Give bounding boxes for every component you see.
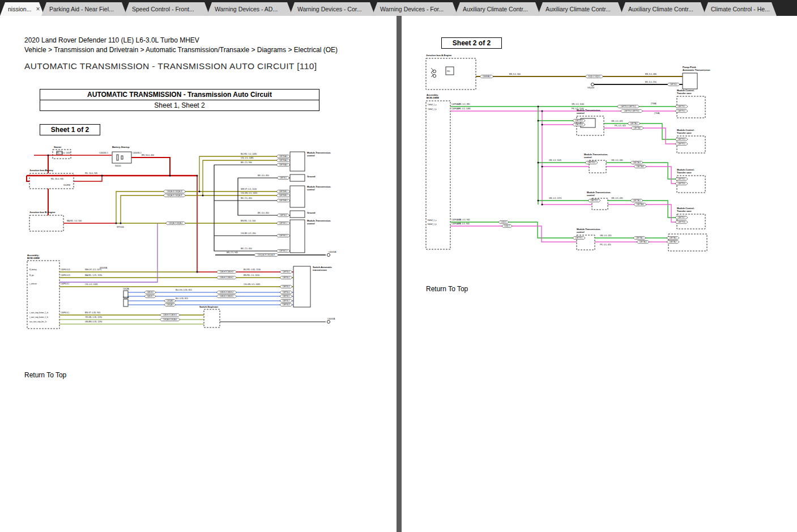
junction-dot (542, 204, 543, 206)
ring-terminal (591, 83, 594, 86)
diagram-label: C40PI4-6.2 (61, 283, 70, 285)
inline-connector (675, 109, 688, 112)
diagram-label: S40034A (100, 267, 108, 269)
inline-connector (276, 159, 290, 161)
document-page-left: C40QA-24 C40QA-24C40QA-25 C40QA-25C40QA-… (0, 16, 397, 532)
tab-label: Auxiliary Climate Contr... (628, 6, 693, 12)
diagram-label: Ground (307, 175, 316, 178)
tab-parking-aid[interactable]: Parking Aid - Near Fiel... (41, 2, 127, 16)
connector-label: C4ETT8-8 (678, 221, 685, 223)
tab-aux-climate-2[interactable]: Auxiliary Climate Contr... (538, 2, 623, 16)
diagram-label: OG, 0.5, 1485 (241, 157, 254, 159)
connector-label: C4ETTA-2 (630, 122, 637, 125)
inline-connector (163, 194, 185, 197)
connector-label: C4ET30C-5 (279, 235, 288, 237)
diagram-label: GN, 0.5, 455 (600, 235, 611, 237)
return-to-top-link[interactable]: Return To Top (24, 371, 66, 379)
module-transmission-1 (290, 152, 305, 171)
diagram-label: Module-Control- (677, 129, 695, 131)
inline-connector (280, 303, 292, 306)
inline-connector (667, 83, 680, 86)
inline-connector (164, 303, 176, 306)
inline-connector (573, 119, 585, 122)
diagram-label: RD, 50.0, 945 (85, 172, 97, 175)
junction-dot (542, 124, 543, 126)
module-control-1 (677, 96, 705, 118)
connector-label: C4ET30-5 (283, 295, 290, 297)
diagram-label: GN-BN, 0.35, 1190 (85, 321, 102, 323)
diagram-label: BU-RD, 1.0, 1435 (241, 153, 257, 155)
connector-label: C4ETT8-1 (576, 237, 583, 239)
tab-climate-control[interactable]: Climate Control - He... (703, 2, 777, 16)
connector-label: C40QA-24 C40QA-24 (167, 190, 182, 193)
tab-label: Warning Devices - Cor... (297, 6, 361, 12)
wire-red (27, 176, 29, 181)
diagram-label: C40PI4A-10 (451, 223, 461, 225)
connector-label: C4ETT8-2 (678, 110, 685, 112)
diagram-label: GN, 0.5, 430 (611, 159, 623, 161)
return-to-top-link[interactable]: Return To Top (426, 285, 468, 293)
inline-connector (144, 295, 156, 297)
connector-label: C4ET30B-2 (279, 194, 288, 197)
connector-label: C4QD-6 (501, 221, 507, 223)
connector-label: C4ETTA-3 (633, 161, 640, 164)
inline-connector (498, 220, 509, 223)
diagram-label: PK, 0.5, 1140 (572, 108, 584, 110)
diagram-label: C40PI4-6.41 (61, 269, 70, 271)
diagram-label: C40Q8B (123, 296, 129, 299)
connector-label: C4ET30A-6 (279, 164, 288, 166)
diagram-index-table: AUTOMATIC TRANSMISSION - Transmission Au… (40, 89, 319, 111)
diagram-label: control (577, 231, 585, 233)
diagram-label: control (307, 222, 315, 225)
inline-connector (216, 291, 237, 293)
diagram-label: B_ign (29, 274, 34, 276)
connector-label: C4ETTA-5 (633, 199, 640, 202)
junction-box-a-engine (426, 58, 476, 90)
wire-pink (606, 167, 677, 184)
connector-label: C4ELH-4 C4ELH-4 (220, 291, 233, 293)
tab-warning-devices-ad[interactable]: Warning Devices - AD... (207, 2, 292, 16)
tab-transmission[interactable]: nission... × (0, 2, 44, 16)
diagram-label: BCM-GWM (427, 96, 439, 99)
tab-aux-climate-1[interactable]: Auxiliary Climate Contr... (455, 2, 540, 16)
diagram-label: C40PI4-6.1 (61, 312, 70, 314)
tab-warning-devices-for[interactable]: Warning Devices - For... (372, 2, 458, 16)
inline-connector (165, 222, 186, 224)
wire-green (450, 222, 577, 238)
tab-warning-devices-cor[interactable]: Warning Devices - Cor... (289, 2, 375, 16)
diagram-label: GN, 0.5, 945 (458, 219, 470, 221)
diagram-label: BU-RD, 0.35, 1130 (244, 269, 261, 271)
diagram-label: control (587, 194, 595, 197)
diagram-label: BN-VT, 0.35, 905 (85, 312, 100, 314)
wiring-diagram-sheet2: C4QD-2 C4QD-2C40060A-2C4ETJ8-2C4ETT8-3 C… (402, 16, 797, 532)
tab-aux-climate-3[interactable]: Auxiliary Climate Contr... (620, 2, 706, 16)
connector-label: C4ETT8-1 (678, 105, 685, 108)
index-table-sheet-links[interactable]: Sheet 1, Sheet 2 (40, 100, 319, 110)
diagram-label: BK, 6.0, 250 (645, 81, 657, 83)
diagram-label: TxRxF_1_b (428, 108, 437, 110)
module-trans-3 (592, 198, 608, 210)
diagram-label: PK, 0.5, 945 (458, 223, 470, 225)
connector-label: C4ELH-2 C4ELH-2 (220, 276, 233, 279)
diagram-label: BK, 2.5, 450 (241, 248, 252, 250)
diagram-label: BN, 2.5, 945 (227, 252, 238, 254)
diagram-label: Module-Control- (677, 207, 695, 210)
ring-terminal (327, 253, 330, 256)
connector-label: C4ELH-5 C4ELH-5 (220, 295, 233, 297)
twisted-pair-conn (123, 299, 128, 307)
diagram-label: OG, 0.5, 1445 (85, 283, 98, 286)
connector-label: C40QA-8 (167, 300, 173, 302)
wire-black (238, 178, 290, 215)
junction-dot (120, 223, 122, 224)
diagram-label: C40PI4A-12 (451, 219, 461, 221)
close-icon[interactable]: × (36, 6, 40, 12)
inline-connector (634, 203, 646, 206)
diagram-label: BN-RD, 1.0, 1010 (244, 274, 259, 276)
connector-label: C40QA-25 C40QA-25 (167, 194, 182, 197)
tab-bar: nission... × Parking Aid - Near Fiel... … (0, 0, 797, 16)
inline-connector (675, 182, 688, 185)
page-divider (397, 16, 402, 532)
diagram-label: control (584, 156, 592, 159)
inline-connector (280, 285, 292, 288)
tab-speed-control[interactable]: Speed Control - Front... (124, 2, 210, 16)
